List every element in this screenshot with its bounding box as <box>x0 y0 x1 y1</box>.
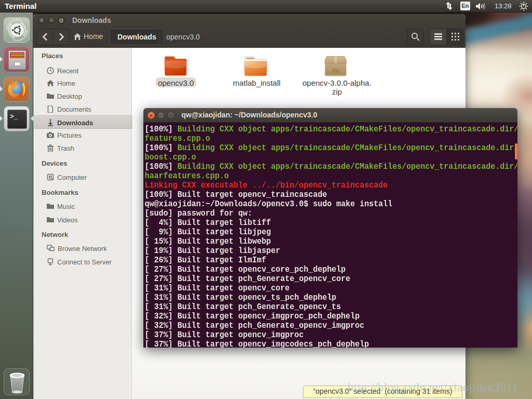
svg-text:zip: zip <box>332 67 339 73</box>
